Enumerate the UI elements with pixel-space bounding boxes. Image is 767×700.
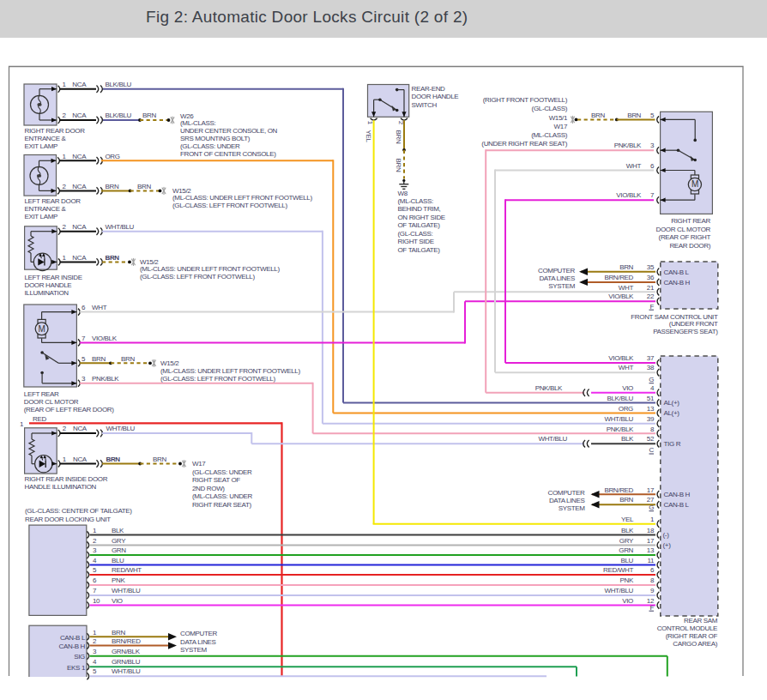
svg-text:W17: W17 [554,123,568,130]
svg-text:BRN: BRN [627,112,641,119]
svg-text:CAN-B L: CAN-B L [664,501,690,509]
svg-text:(GL-CLASS: LEFT FRONT FOOTWELL: (GL-CLASS: LEFT FRONT FOOTWELL) [160,375,275,383]
svg-text:LEFT REAR DOOR: LEFT REAR DOOR [25,197,82,205]
svg-text:WHT: WHT [619,364,634,371]
svg-text:SYSTEM: SYSTEM [548,282,575,290]
svg-text:2: 2 [63,112,67,119]
svg-text:CAN-B H: CAN-B H [664,491,691,498]
svg-text:5: 5 [650,112,655,119]
svg-text:M: M [39,324,45,334]
svg-text:(GL-CLASS: CENTER OF TAILGATE): (GL-CLASS: CENTER OF TAILGATE) [25,507,132,515]
svg-text:ENTRANCE &: ENTRANCE & [25,135,67,142]
svg-text:BLK: BLK [112,527,124,534]
svg-text:TIG R: TIG R [664,440,681,448]
svg-text:W26: W26 [180,112,194,120]
svg-text:GRN/BLU: GRN/BLU [112,658,141,666]
svg-text:6: 6 [650,566,655,574]
svg-text:W15/1: W15/1 [549,114,568,122]
svg-text:W15/2: W15/2 [140,258,159,266]
svg-text:(GL-CLASS:: (GL-CLASS: [398,230,433,238]
svg-text:1: 1 [650,516,655,523]
svg-text:2: 2 [63,425,67,432]
svg-text:7: 7 [650,191,655,199]
svg-text:(GL-CLASS: LEFT FRONT FOOTWELL: (GL-CLASS: LEFT FRONT FOOTWELL) [140,273,255,281]
svg-text:WHT: WHT [626,162,642,170]
svg-text:CAN-B H: CAN-B H [664,279,691,287]
svg-text:RED/WHT: RED/WHT [112,566,142,574]
svg-text:WHT/BLU: WHT/BLU [106,223,135,231]
svg-text:SYSTEM: SYSTEM [180,646,207,654]
svg-text:WHT/BLU: WHT/BLU [538,435,567,443]
svg-text:RIGHT REAR DOOR: RIGHT REAR DOOR [25,127,86,135]
svg-text:(GL-CLASS: LEFT FRONT FOOTWELL: (GL-CLASS: LEFT FRONT FOOTWELL) [172,202,287,209]
svg-text:4: 4 [93,658,97,666]
svg-text:1: 1 [63,81,67,88]
svg-text:VIO/BLK: VIO/BLK [92,335,118,342]
svg-text:ON RIGHT SIDE: ON RIGHT SIDE [398,214,445,221]
svg-text:CARGO AREA): CARGO AREA) [673,640,717,648]
svg-text:BRN: BRN [106,456,121,463]
svg-text:1: 1 [63,456,67,463]
svg-text:3: 3 [93,546,97,554]
svg-text:WHT: WHT [619,284,634,292]
svg-text:W17: W17 [192,460,206,468]
svg-text:FRONT SAM CONTROL UNIT: FRONT SAM CONTROL UNIT [631,313,718,321]
svg-text:BRN: BRN [591,112,605,119]
svg-text:BLK/BLU: BLK/BLU [106,81,132,88]
svg-text:DOOR CL MOTOR: DOOR CL MOTOR [24,398,79,406]
svg-text:(ML-CLASS: UNDER LEFT FRONT FO: (ML-CLASS: UNDER LEFT FRONT FOOTWELL) [172,194,312,202]
svg-text:BRN: BRN [395,159,402,172]
svg-text:NCA: NCA [72,223,87,231]
svg-text:YEL: YEL [621,516,634,523]
svg-text:BRN: BRN [137,183,151,190]
svg-text:F: F [649,303,654,311]
svg-text:CAN-B H: CAN-B H [59,643,86,650]
svg-text:WHT/BLU: WHT/BLU [604,415,633,423]
svg-text:GRN: GRN [619,546,633,554]
svg-text:(ML-CLASS: UNDER LEFT FRONT FO: (ML-CLASS: UNDER LEFT FRONT FOOTWELL) [160,367,300,375]
svg-text:GRY: GRY [112,537,126,545]
svg-text:W15/2: W15/2 [160,359,179,367]
svg-text:NCA: NCA [72,183,87,190]
svg-text:51: 51 [647,395,655,402]
svg-text:ORG: ORG [106,153,120,160]
svg-text:DATA LINES: DATA LINES [549,497,585,504]
svg-text:DATA LINES: DATA LINES [539,275,575,282]
svg-text:REAR-END: REAR-END [412,85,446,93]
svg-text:DATA LINES: DATA LINES [180,638,216,646]
svg-text:4: 4 [93,557,97,564]
svg-text:3: 3 [93,648,97,655]
svg-text:WHT: WHT [92,304,107,311]
svg-text:52: 52 [647,435,655,443]
svg-text:RIGHT REAR INSIDE DOOR: RIGHT REAR INSIDE DOOR [25,475,108,483]
svg-text:COMPUTER: COMPUTER [180,630,218,637]
svg-text:BLU: BLU [620,557,633,564]
svg-text:17: 17 [647,537,655,545]
svg-text:5: 5 [93,566,97,574]
svg-text:(GL-CLASS: UNDER: (GL-CLASS: UNDER [180,142,240,150]
svg-text:(ML-CLASS): (ML-CLASS) [531,131,568,139]
svg-text:NCA: NCA [72,112,87,119]
svg-text:35: 35 [647,263,655,271]
svg-text:NCA: NCA [72,81,87,88]
svg-text:BRN: BRN [106,254,120,262]
svg-text:17: 17 [647,486,655,494]
svg-text:2: 2 [93,637,97,645]
svg-text:G: G [649,376,654,383]
svg-text:REAR DOOR LOCKING UNIT: REAR DOOR LOCKING UNIT [25,516,111,523]
svg-text:VIO/BLK: VIO/BLK [616,191,642,199]
svg-text:NCA: NCA [72,153,87,160]
svg-text:8: 8 [650,576,655,584]
svg-text:18: 18 [647,527,655,534]
svg-text:WHT/BLU: WHT/BLU [112,587,141,594]
svg-text:(UNDER FRONT: (UNDER FRONT [669,320,718,328]
svg-text:22: 22 [647,293,655,300]
svg-text:DOOR CL MOTOR: DOOR CL MOTOR [656,226,711,233]
svg-text:OF TAILGATE): OF TAILGATE) [398,221,441,229]
svg-text:BRN: BRN [619,263,633,271]
svg-text:LEFT REAR INSIDE: LEFT REAR INSIDE [25,274,82,281]
svg-text:13: 13 [647,546,655,554]
svg-text:(RIGHT FRONT FOOTWELL): (RIGHT FRONT FOOTWELL) [483,96,568,104]
svg-text:BRN/RED: BRN/RED [604,274,633,281]
svg-text:(-): (-) [663,531,670,539]
